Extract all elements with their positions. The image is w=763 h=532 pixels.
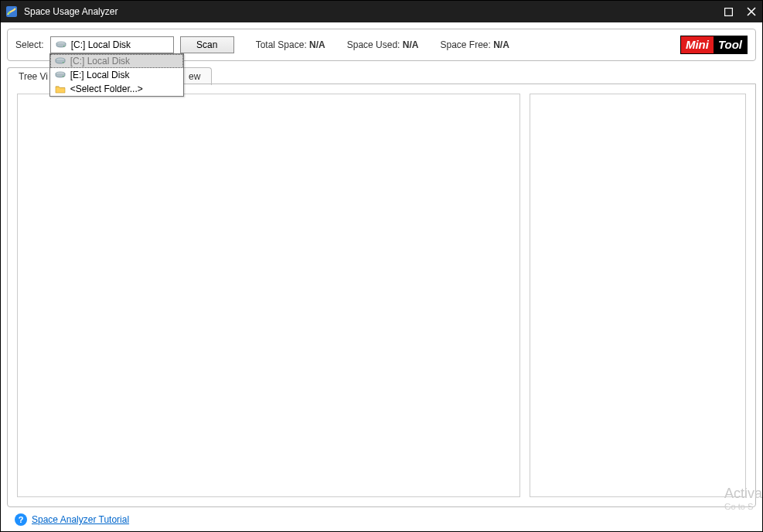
dropdown-option-e[interactable]: [E:] Local Disk xyxy=(50,68,183,82)
close-button[interactable] xyxy=(745,5,758,18)
space-used: Space Used: N/A xyxy=(347,39,419,50)
detail-panel xyxy=(530,94,746,497)
total-space: Total Space: N/A xyxy=(256,39,325,50)
tree-panel xyxy=(17,94,520,497)
tutorial-link[interactable]: Space Analyzer Tutorial xyxy=(32,514,129,525)
tab-file-view[interactable]: ew xyxy=(184,67,212,85)
disk-icon xyxy=(55,71,66,79)
svg-rect-4 xyxy=(724,8,732,15)
main-panels xyxy=(7,84,756,507)
help-icon[interactable]: ? xyxy=(15,513,27,526)
toolbar: Select: [C:] Local Disk [C:] Local Disk … xyxy=(7,29,756,61)
dropdown-option-folder[interactable]: <Select Folder...> xyxy=(50,82,183,96)
title-bar: Space Usage Analyzer xyxy=(1,1,762,22)
space-free: Space Free: N/A xyxy=(440,39,509,50)
minitool-logo: Mini Tool xyxy=(680,36,748,54)
disk-icon xyxy=(55,57,66,65)
maximize-button[interactable] xyxy=(722,5,734,18)
disk-icon xyxy=(56,41,66,49)
drive-select-value: [C:] Local Disk xyxy=(71,39,131,50)
scan-button[interactable]: Scan xyxy=(180,36,234,53)
footer: ? Space Analyzer Tutorial xyxy=(7,508,756,531)
dropdown-option-c[interactable]: [C:] Local Disk xyxy=(50,54,183,68)
select-label: Select: xyxy=(15,39,44,50)
app-icon xyxy=(5,5,18,18)
drive-select[interactable]: [C:] Local Disk xyxy=(50,36,174,53)
drive-dropdown: [C:] Local Disk [E:] Local Disk <Select … xyxy=(49,53,184,97)
window-title: Space Usage Analyzer xyxy=(24,6,722,17)
folder-icon xyxy=(55,84,66,94)
